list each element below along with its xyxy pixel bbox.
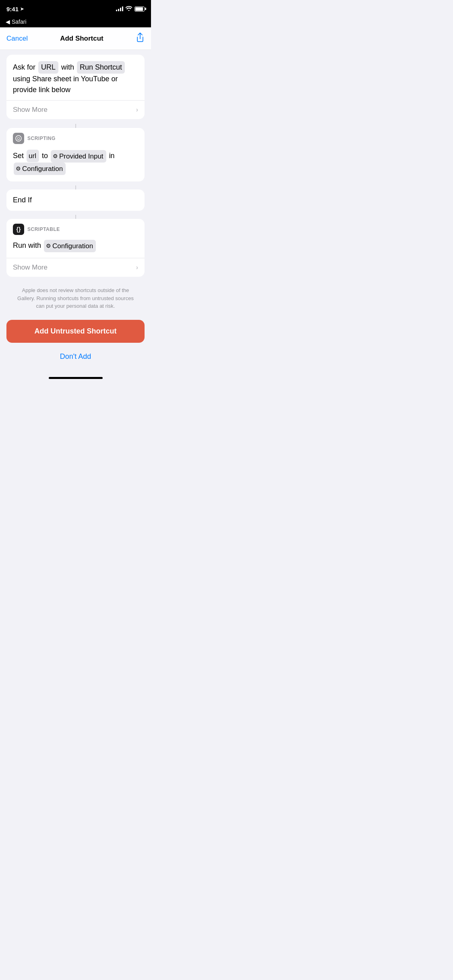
location-icon: ➤: [20, 6, 24, 12]
scriptable-card: {} SCRIPTABLE Run with ⚙ Configuration S…: [6, 219, 145, 277]
show-more-label-2: Show More: [13, 264, 48, 272]
home-indicator: [0, 374, 151, 381]
show-more-row-1[interactable]: Show More ›: [6, 100, 145, 119]
chevron-right-icon-1: ›: [136, 106, 138, 113]
description-text: Ask for URL with Run Shortcut using Shar…: [6, 55, 145, 100]
end-if-text: End If: [13, 196, 32, 204]
gear-mini-icon-1: ⚙: [53, 152, 58, 161]
scriptable-section-label: SCRIPTABLE: [27, 226, 60, 232]
battery-icon: [134, 6, 145, 12]
page-title: Add Shortcut: [60, 35, 103, 43]
back-chevron-icon: ◀: [6, 19, 10, 25]
nav-bar: Cancel Add Shortcut: [0, 27, 151, 50]
status-bar: 9:41 ➤: [0, 0, 151, 18]
status-left: 9:41 ➤: [6, 6, 24, 12]
show-more-label-1: Show More: [13, 106, 48, 114]
scripting-icon: [13, 133, 24, 144]
dont-add-button[interactable]: Don't Add: [6, 349, 145, 364]
signal-icon: [116, 6, 123, 11]
connector-1: [75, 124, 76, 128]
share-button[interactable]: [136, 33, 145, 45]
to-label: to: [42, 152, 50, 160]
scriptable-header: {} SCRIPTABLE: [6, 219, 145, 238]
run-with-label: Run with: [13, 241, 41, 249]
configuration-label-1: Configuration: [22, 163, 63, 174]
configuration-pill-2[interactable]: ⚙ Configuration: [44, 240, 96, 252]
add-untrusted-shortcut-button[interactable]: Add Untrusted Shortcut: [6, 320, 145, 343]
share-icon: [136, 33, 145, 42]
status-time: 9:41: [6, 6, 19, 12]
set-label: Set: [13, 152, 26, 160]
gear-mini-icon-2: ⚙: [16, 164, 21, 173]
status-right: [116, 6, 145, 12]
safari-back-bar: ◀ Safari: [0, 18, 151, 27]
safari-back-label: Safari: [12, 19, 27, 25]
top-description-card: Ask for URL with Run Shortcut using Shar…: [6, 55, 145, 119]
wifi-icon: [126, 6, 132, 12]
run-shortcut-pill: Run Shortcut: [77, 61, 125, 74]
url-var-pill[interactable]: url: [27, 150, 39, 162]
home-bar: [49, 377, 103, 379]
svg-point-0: [16, 136, 21, 141]
in-label: in: [109, 152, 115, 160]
scripting-card: SCRIPTING Set url to ⚙ Provided Input in…: [6, 128, 145, 181]
end-if-card: End If: [6, 189, 145, 211]
provided-input-pill[interactable]: ⚙ Provided Input: [51, 150, 106, 163]
url-pill: URL: [38, 61, 58, 74]
scripting-body: Set url to ⚙ Provided Input in ⚙ Configu…: [6, 147, 145, 181]
scripting-section-label: SCRIPTING: [27, 136, 56, 141]
disclaimer-text: Apple does not review shortcuts outside …: [6, 286, 145, 310]
show-more-row-2[interactable]: Show More ›: [6, 258, 145, 277]
provided-input-label: Provided Input: [59, 151, 103, 162]
chevron-right-icon-2: ›: [136, 264, 138, 271]
configuration-label-2: Configuration: [52, 241, 93, 251]
connector-2: [75, 185, 76, 189]
content-area: Ask for URL with Run Shortcut using Shar…: [0, 50, 151, 364]
connector-3: [75, 215, 76, 219]
gear-mini-icon-3: ⚙: [46, 241, 51, 250]
scriptable-body: Run with ⚙ Configuration: [6, 238, 145, 258]
configuration-pill-1[interactable]: ⚙ Configuration: [14, 163, 66, 175]
scriptable-icon: {}: [13, 224, 24, 235]
scripting-header: SCRIPTING: [6, 128, 145, 147]
cancel-button[interactable]: Cancel: [6, 35, 28, 43]
scriptable-braces-icon: {}: [17, 226, 21, 233]
url-var-label: url: [29, 150, 36, 161]
